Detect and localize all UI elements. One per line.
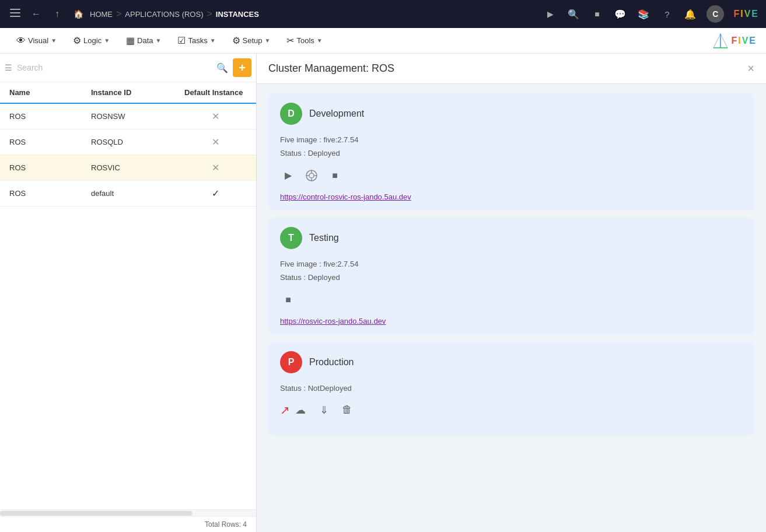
menu-logic[interactable]: ⚙ Logic ▼: [66, 32, 117, 50]
production-actions: ↗ ☁ ⇓ 🗑: [280, 402, 743, 418]
breadcrumb: 🏠 HOME > APPLICATIONS (ROS) > INSTANCES: [70, 9, 538, 19]
search-input[interactable]: [17, 63, 212, 72]
production-info: Status : NotDeployed: [280, 382, 743, 395]
row-0-default: ✕: [175, 111, 256, 122]
production-avatar-letter: P: [288, 357, 295, 368]
table-row[interactable]: ROS ROSVIC ✕: [0, 155, 256, 181]
development-stop-button[interactable]: ■: [327, 167, 343, 184]
forward-button[interactable]: ↑: [49, 9, 65, 19]
col-header-name: Name: [0, 88, 82, 97]
data-icon: ▦: [126, 35, 135, 46]
svg-rect-2: [10, 16, 20, 17]
play-icon[interactable]: ▶: [543, 9, 557, 19]
breadcrumb-instances[interactable]: INSTANCES: [216, 10, 259, 19]
cluster-title: Cluster Management: ROS: [268, 62, 394, 75]
tools-arrow-icon: ▼: [317, 37, 323, 44]
menu-tasks[interactable]: ☑ Tasks ▼: [170, 32, 222, 50]
five-logo-text: FIVE: [733, 9, 759, 19]
notification-icon[interactable]: 🔔: [683, 9, 697, 20]
testing-status-line: Status : Deployed: [280, 271, 743, 284]
menu-setup[interactable]: ⚙ Setup ▼: [225, 32, 278, 50]
col-header-id: Instance ID: [82, 88, 175, 97]
stop-icon[interactable]: ■: [590, 9, 604, 19]
testing-image-line: Five image : five:2.7.54: [280, 257, 743, 271]
top-navigation-bar: ← ↑ 🏠 HOME > APPLICATIONS (ROS) > INSTAN…: [0, 0, 766, 28]
row-1-name: ROS: [0, 138, 82, 146]
development-info: Five image : five:2.7.54 Status : Deploy…: [280, 133, 743, 160]
production-arrow-indicator: ↗ ☁: [280, 402, 309, 418]
table-row[interactable]: ROS ROSQLD ✕: [0, 130, 256, 155]
svg-point-7: [309, 173, 314, 178]
filter-icon: ☰: [5, 63, 12, 72]
horizontal-scrollbar[interactable]: [0, 509, 256, 516]
menu-five-logo: FIVE: [712, 33, 757, 49]
breadcrumb-home[interactable]: HOME: [90, 10, 113, 19]
development-play-button[interactable]: ▶: [280, 167, 296, 184]
row-2-id: ROSVIC: [82, 163, 175, 172]
home-icon: 🏠: [70, 9, 86, 19]
user-avatar[interactable]: C: [706, 5, 724, 23]
menu-data[interactable]: ▦ Data ▼: [119, 32, 168, 50]
testing-title: Testing: [309, 233, 339, 243]
menu-icon[interactable]: [7, 8, 23, 21]
books-icon[interactable]: 📚: [636, 9, 650, 20]
topbar-right-actions: ▶ 🔍 ■ 💬 📚 ? 🔔 C FIVE: [543, 5, 759, 23]
menu-bar: 👁 Visual ▼ ⚙ Logic ▼ ▦ Data ▼ ☑ Tasks ▼ …: [0, 28, 766, 54]
development-avatar: D: [280, 103, 302, 125]
table-row[interactable]: ROS ROSNSW ✕: [0, 104, 256, 130]
development-card-header: D Development: [280, 103, 743, 125]
logic-icon: ⚙: [73, 35, 81, 46]
development-title: Development: [309, 108, 364, 119]
row-3-name: ROS: [0, 189, 82, 198]
testing-info: Five image : five:2.7.54 Status : Deploy…: [280, 257, 743, 285]
development-link[interactable]: https://control-rosvic-ros-jando.5au.dev: [280, 192, 411, 201]
production-delete-button[interactable]: 🗑: [339, 402, 355, 418]
development-debug-button[interactable]: [303, 167, 320, 184]
row-2-x-icon: ✕: [212, 162, 219, 173]
menu-tools[interactable]: ✂ Tools ▼: [279, 32, 329, 50]
chat-icon[interactable]: 💬: [613, 9, 627, 20]
back-button[interactable]: ←: [28, 9, 44, 19]
tools-icon: ✂: [286, 35, 294, 46]
tasks-icon: ☑: [177, 35, 186, 46]
testing-stop-button[interactable]: ■: [280, 292, 296, 308]
testing-actions: ■: [280, 292, 743, 308]
close-button[interactable]: ×: [747, 62, 754, 75]
help-icon[interactable]: ?: [660, 9, 674, 19]
menu-tools-label: Tools: [296, 36, 314, 45]
testing-card: T Testing Five image : five:2.7.54 Statu…: [268, 218, 754, 335]
add-button[interactable]: +: [233, 58, 251, 77]
setup-arrow-icon: ▼: [265, 37, 271, 44]
col-header-default: Default Instance: [175, 88, 256, 97]
setup-icon: ⚙: [232, 35, 240, 46]
right-panel: Cluster Management: ROS × D Development …: [257, 54, 766, 532]
svg-rect-0: [10, 9, 20, 10]
menu-tasks-label: Tasks: [188, 36, 207, 45]
production-deploy-button[interactable]: ☁: [292, 402, 309, 418]
menu-data-label: Data: [137, 36, 153, 45]
production-card-header: P Production: [280, 351, 743, 373]
development-image-line: Five image : five:2.7.54: [280, 133, 743, 146]
menu-visual-label: Visual: [28, 36, 48, 45]
production-avatar: P: [280, 351, 302, 373]
testing-avatar: T: [280, 227, 302, 249]
development-status-line: Status : Deployed: [280, 146, 743, 160]
production-download-button[interactable]: ⇓: [316, 402, 332, 418]
search-icon[interactable]: 🔍: [566, 9, 580, 20]
menu-setup-label: Setup: [243, 36, 263, 45]
table-row[interactable]: ROS default ✓: [0, 181, 256, 206]
breadcrumb-sep1: >: [116, 9, 121, 19]
search-submit-icon[interactable]: 🔍: [216, 62, 228, 74]
row-3-id: default: [82, 189, 175, 198]
testing-link[interactable]: https://rosvic-ros-jando.5au.dev: [280, 317, 386, 326]
row-2-default: ✕: [175, 162, 256, 173]
logic-arrow-icon: ▼: [104, 37, 110, 44]
row-0-x-icon: ✕: [212, 111, 219, 122]
row-1-id: ROSQLD: [82, 138, 175, 146]
breadcrumb-applications[interactable]: APPLICATIONS (ROS): [125, 10, 203, 19]
menu-visual[interactable]: 👁 Visual ▼: [9, 32, 64, 50]
main-content: ☰ 🔍 + Name Instance ID Default Instance …: [0, 54, 766, 532]
testing-avatar-letter: T: [288, 233, 294, 243]
red-arrow-icon: ↗: [280, 403, 290, 417]
testing-card-header: T Testing: [280, 227, 743, 249]
